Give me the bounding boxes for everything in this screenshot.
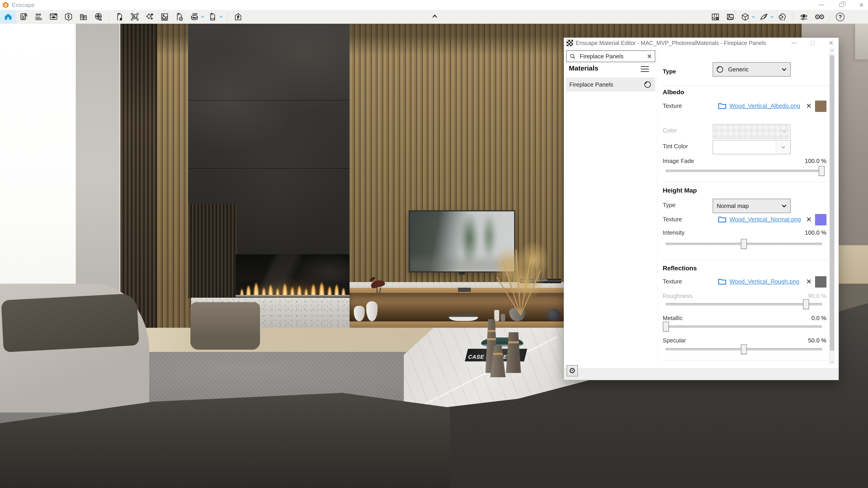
- texture-image-button[interactable]: [723, 10, 738, 24]
- height-map-type-value: Normal map: [717, 202, 781, 209]
- chevron-up-icon: [431, 13, 438, 20]
- dialog-titlebar[interactable]: Enscape Material Editor - MAC_MVP_Photor…: [564, 38, 839, 48]
- sphere-icon: [716, 65, 724, 73]
- reflections-texture-clear-button[interactable]: ✕: [806, 278, 812, 286]
- batch-export-button[interactable]: [172, 10, 187, 24]
- texture-image-icon: [726, 12, 735, 22]
- folder-icon[interactable]: [717, 276, 727, 286]
- video-editor-icon: [94, 12, 103, 21]
- height-map-texture-link[interactable]: Wood_Vertical_Normal.png: [730, 216, 801, 223]
- exe-dropdown-chevron[interactable]: [218, 10, 224, 24]
- chevron-down-icon: [781, 66, 787, 73]
- start-enscape-button[interactable]: [230, 10, 246, 24]
- vr-headset-icon: [778, 12, 787, 22]
- objects-dropdown-chevron[interactable]: [750, 10, 756, 24]
- fly-mode-dropdown-chevron[interactable]: [769, 10, 775, 24]
- bim-mode-button[interactable]: BIM: [31, 10, 46, 24]
- site-context-button[interactable]: [76, 10, 91, 24]
- start-enscape-icon: [234, 12, 243, 21]
- asset-library-button[interactable]: [61, 10, 76, 24]
- chevron-down-icon: [780, 144, 786, 151]
- material-editor-dialog: Enscape Material Editor - MAC_MVP_Photor…: [564, 37, 839, 380]
- help-icon: ?: [836, 13, 844, 21]
- visual-settings-icon: [799, 12, 808, 22]
- toolbar-collapse-button[interactable]: [429, 10, 440, 22]
- ac-vent: [855, 24, 868, 60]
- scrollbar-thumb[interactable]: [830, 55, 834, 351]
- image-fade-slider[interactable]: [665, 170, 822, 172]
- intensity-slider[interactable]: [665, 243, 822, 245]
- roughness-slider[interactable]: [665, 303, 822, 305]
- image-fade-label: Image Fade: [663, 158, 694, 165]
- intensity-value: 100.0 %: [805, 229, 827, 236]
- svg-text:EXE: EXE: [211, 18, 215, 20]
- project-overview-icon: [19, 12, 28, 21]
- dialog-close-button[interactable]: ✕: [828, 39, 835, 46]
- slider-thumb[interactable]: [803, 299, 809, 309]
- albedo-texture-clear-button[interactable]: ✕: [806, 102, 812, 110]
- height-map-texture-swatch[interactable]: [815, 214, 827, 225]
- screenshot-button[interactable]: [127, 10, 142, 24]
- scroll-up-arrow[interactable]: ⌃: [829, 48, 835, 55]
- minimize-icon: [792, 43, 797, 43]
- map-button[interactable]: [708, 10, 723, 24]
- render-image-button[interactable]: [157, 10, 172, 24]
- metallic-slider[interactable]: [665, 325, 822, 328]
- height-map-texture-clear-button[interactable]: ✕: [806, 216, 812, 223]
- material-settings-button[interactable]: ⚙: [567, 365, 578, 376]
- slider-thumb[interactable]: [741, 344, 747, 354]
- video-editor-button[interactable]: [91, 10, 106, 24]
- ai-enhancer-button[interactable]: [142, 10, 157, 24]
- bim-mode-icon: BIM: [34, 12, 43, 21]
- scroll-down-arrow[interactable]: ⌄: [829, 358, 835, 365]
- maximize-icon: [811, 41, 815, 45]
- asset-library-icon: [64, 12, 73, 21]
- albedo-texture-link[interactable]: Wood_Vertical_Albedo.png: [730, 102, 800, 109]
- visual-settings-button[interactable]: [796, 10, 811, 24]
- dialog-maximize-button[interactable]: [809, 39, 816, 46]
- slider-thumb[interactable]: [819, 166, 825, 176]
- dried-plant: [479, 241, 561, 315]
- dialog-minimize-button[interactable]: [791, 39, 798, 46]
- dialog-footer: ⚙: [564, 368, 839, 380]
- albedo-texture-swatch[interactable]: [815, 101, 827, 112]
- dialog-title: Enscape Material Editor - MAC_MVP_Photor…: [576, 40, 766, 46]
- slider-thumb[interactable]: [741, 239, 747, 249]
- folder-icon[interactable]: [717, 215, 727, 224]
- intensity-label: Intensity: [663, 229, 685, 236]
- height-map-type-dropdown[interactable]: Normal map: [713, 199, 791, 213]
- project-overview-button[interactable]: [16, 10, 31, 24]
- specular-slider[interactable]: [665, 348, 822, 350]
- slider-thumb[interactable]: [663, 322, 669, 332]
- reflections-texture-swatch[interactable]: [815, 276, 827, 288]
- app-titlebar: Enscape ✕: [0, 0, 868, 10]
- vr-headset-button[interactable]: [775, 10, 790, 24]
- folder-icon[interactable]: [717, 101, 727, 110]
- albedo-header: Albedo: [663, 89, 684, 96]
- material-type-dropdown[interactable]: Generic: [713, 62, 791, 77]
- panorama-dropdown-chevron[interactable]: [200, 10, 206, 24]
- properties-scrollbar[interactable]: ⌃ ⌄: [829, 48, 835, 365]
- settings-button[interactable]: ⚙⚙: [811, 10, 826, 24]
- app-close-button[interactable]: ✕: [858, 2, 865, 8]
- toolbar-separator: [829, 12, 830, 22]
- ai-enhancer-icon: [145, 12, 154, 21]
- tint-color-dropdown[interactable]: [713, 140, 791, 154]
- help-button[interactable]: ?: [833, 10, 848, 24]
- roughness-label: Roughness: [663, 292, 692, 299]
- reflections-texture-link[interactable]: Wood_Vertical_Rough.png: [730, 278, 799, 285]
- metallic-value: 0.0 %: [811, 315, 827, 322]
- app-minimize-button[interactable]: [818, 2, 825, 8]
- export-document-button[interactable]: [112, 10, 127, 24]
- home-button[interactable]: [0, 10, 16, 24]
- bird-sculpture: [371, 276, 386, 294]
- texture-label: Texture: [663, 216, 682, 223]
- view-management-button[interactable]: [46, 10, 61, 24]
- app-restore-button[interactable]: [838, 2, 845, 8]
- type-label: Type: [663, 68, 676, 75]
- enscape-app: Enscape ✕ BIM: [0, 0, 868, 488]
- svg-text:BIM: BIM: [36, 13, 41, 16]
- color-label: Color: [663, 127, 677, 134]
- wall-outlet: [458, 288, 471, 292]
- panorama-360-icon: 360: [190, 12, 199, 21]
